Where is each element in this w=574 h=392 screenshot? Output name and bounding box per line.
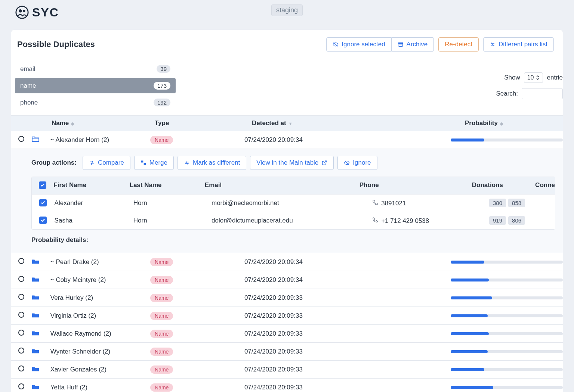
group-name: Vera Hurley (2)	[49, 294, 150, 302]
merge-icon	[141, 160, 146, 166]
probability-bar	[451, 350, 563, 353]
detected-at: 07/24/2020 20:09:34	[244, 258, 451, 266]
table-row[interactable]: Wynter Schneider (2)Name07/24/2020 20:09…	[11, 343, 563, 361]
folder-icon[interactable]	[31, 365, 49, 374]
col-detected[interactable]: Detected at▼	[252, 119, 465, 127]
facet-name[interactable]: name173	[15, 78, 176, 93]
group-actions-label: Group actions:	[31, 159, 77, 167]
row-checkbox[interactable]	[39, 217, 47, 224]
sub-row[interactable]: AlexanderHornmorbi@necleomorbi.net389102…	[32, 195, 555, 212]
folder-icon[interactable]	[31, 258, 49, 266]
subcol-email[interactable]: Email	[205, 181, 359, 190]
view-main-button[interactable]: View in the Main table	[250, 156, 334, 170]
merge-button[interactable]: Merge	[134, 156, 174, 170]
subcol-donations[interactable]: Donations	[472, 181, 535, 190]
probability-bar	[451, 139, 563, 141]
eye-slash-icon	[333, 41, 339, 47]
folder-icon[interactable]	[31, 276, 49, 284]
different-pairs-label: Different pairs list	[499, 41, 547, 48]
table-row[interactable]: Yetta Huff (2)Name07/24/2020 20:09:33	[11, 379, 563, 392]
table-row[interactable]: Virginia Ortiz (2)Name07/24/2020 20:09:3…	[11, 307, 563, 325]
sub-row[interactable]: SashaHorndolor@dictumeuplacerat.edu+1 71…	[32, 212, 555, 229]
table-row[interactable]: ~ Coby Mcintyre (2)Name07/24/2020 20:09:…	[11, 271, 563, 289]
facet-list: email39name173phone192	[15, 57, 176, 112]
svg-point-1	[19, 9, 22, 13]
redetect-button[interactable]: Re-detect	[438, 37, 479, 52]
subcol-fname[interactable]: First Name	[53, 181, 129, 190]
row-checkbox[interactable]	[39, 199, 47, 206]
table-row[interactable]: ~ Alexander Horn (2) Name 07/24/2020 20:…	[11, 131, 563, 149]
probability-bar	[451, 261, 563, 264]
different-pairs-button[interactable]: Different pairs list	[483, 37, 554, 52]
search-input[interactable]	[522, 88, 563, 99]
cell-email: morbi@necleomorbi.net	[212, 199, 372, 207]
subcol-lname[interactable]: Last Name	[130, 181, 205, 190]
probability-bar	[451, 279, 563, 281]
folder-icon[interactable]	[31, 311, 49, 320]
row-radio[interactable]	[18, 276, 24, 282]
detected-at: 07/24/2020 20:09:33	[244, 312, 451, 320]
entries-value: 10	[527, 74, 534, 81]
col-probability[interactable]: Probability◆	[465, 119, 563, 127]
search-label: Search:	[496, 90, 518, 97]
row-radio[interactable]	[18, 312, 24, 318]
probability-bar	[451, 368, 563, 371]
external-link-icon	[321, 160, 327, 166]
type-pill: Name	[150, 383, 173, 392]
folder-icon[interactable]	[31, 347, 49, 356]
folder-icon[interactable]	[31, 293, 49, 302]
select-caret-icon	[536, 75, 540, 80]
row-radio[interactable]	[18, 383, 24, 389]
page-title: Possible Duplicates	[17, 40, 95, 49]
mark-different-button[interactable]: Mark as different	[178, 156, 246, 170]
detected-at: 07/24/2020 20:09:33	[244, 330, 451, 337]
cell-phone: +1 712 429 0538	[372, 217, 489, 225]
table-row[interactable]: Xavier Gonzales (2)Name07/24/2020 20:09:…	[11, 361, 563, 379]
table-row[interactable]: Wallace Raymond (2)Name07/24/2020 20:09:…	[11, 325, 563, 343]
probability-bar	[451, 332, 563, 335]
ignore-selected-button[interactable]: Ignore selected	[326, 37, 391, 52]
detected-at: 07/24/2020 20:09:34	[244, 276, 451, 284]
row-radio[interactable]	[18, 294, 24, 300]
entries-select[interactable]: 10	[524, 72, 543, 83]
row-radio[interactable]	[18, 330, 24, 336]
folder-icon[interactable]	[31, 329, 49, 338]
row-radio[interactable]	[18, 136, 24, 142]
type-pill: Name	[150, 294, 173, 302]
table-controls: Show 10 entrie Search:	[496, 57, 563, 112]
cell-lname: Horn	[133, 199, 212, 207]
type-pill: Name	[150, 276, 173, 284]
svg-rect-4	[399, 44, 402, 46]
cell-donations: 380858	[489, 199, 555, 207]
ignore-button[interactable]: Ignore	[337, 156, 377, 170]
detected-at: 07/24/2020 20:09:33	[244, 366, 451, 373]
compare-button[interactable]: Compare	[83, 156, 130, 170]
probability-details-label: Probability details:	[31, 236, 555, 244]
table-row[interactable]: Vera Hurley (2)Name07/24/2020 20:09:33	[11, 289, 563, 307]
ignore-archive-group: Ignore selected Archive	[326, 37, 434, 52]
archive-button[interactable]: Archive	[392, 37, 434, 52]
folder-icon[interactable]	[31, 383, 49, 392]
table-row[interactable]: ~ Pearl Drake (2)Name07/24/2020 20:09:34	[11, 253, 563, 271]
col-name[interactable]: Name◆	[50, 119, 155, 127]
facet-label: phone	[20, 99, 38, 106]
detected-at: 07/24/2020 20:09:33	[244, 384, 451, 391]
col-type[interactable]: Type	[155, 119, 252, 127]
facet-phone[interactable]: phone192	[15, 95, 176, 110]
facet-label: name	[20, 82, 36, 90]
folder-open-icon[interactable]	[31, 136, 49, 144]
row-radio[interactable]	[18, 348, 24, 354]
phone-icon	[372, 217, 378, 223]
row-radio[interactable]	[18, 258, 24, 264]
row-radio[interactable]	[18, 365, 24, 371]
type-pill: Name	[150, 365, 173, 374]
expanded-panel: Group actions: Compare Merge Mark as dif…	[11, 149, 563, 253]
subcol-connections[interactable]: Conne	[535, 181, 555, 190]
facet-email[interactable]: email39	[15, 61, 176, 77]
header-actions: Ignore selected Archive Re-detect Differ…	[326, 37, 554, 52]
select-all-checkbox[interactable]	[39, 181, 46, 189]
archive-icon	[398, 41, 404, 47]
type-pill: Name	[150, 348, 173, 356]
logo[interactable]: SYC	[15, 5, 59, 19]
subcol-phone[interactable]: Phone	[359, 181, 472, 190]
